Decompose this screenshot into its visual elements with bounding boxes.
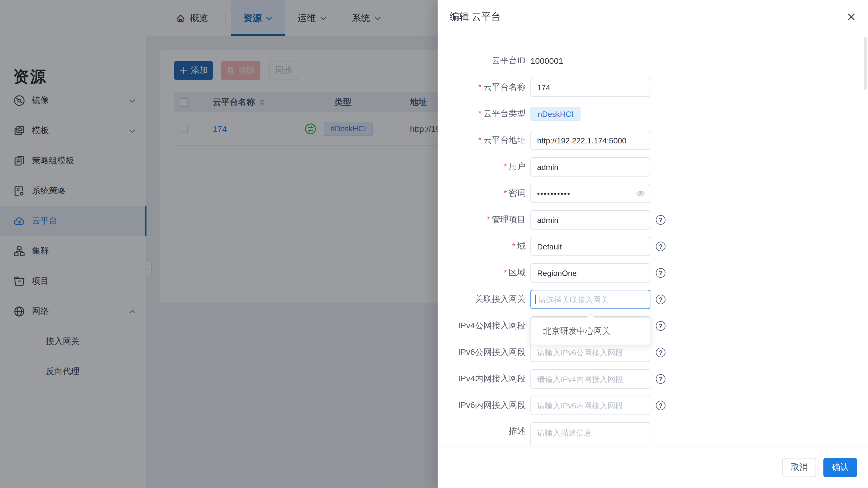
eye-off-icon[interactable]	[635, 189, 646, 199]
drawer-footer: 取消 确认	[438, 446, 868, 488]
form-row-platform-id: 云平台ID 1000001	[438, 47, 868, 74]
password-input[interactable]	[530, 184, 650, 203]
app-root: 概览 资源 运维 系统 资源 镜像	[0, 0, 868, 488]
name-input[interactable]	[530, 78, 650, 97]
help-icon[interactable]: ?	[656, 268, 665, 278]
ipv6-public-input[interactable]	[530, 343, 650, 362]
field-label: IPv6公网接入网段	[438, 347, 526, 358]
cancel-button[interactable]: 取消	[782, 458, 816, 477]
gateway-dropdown: 北京研发中心网关	[530, 318, 650, 345]
edit-cloud-platform-drawer: 编辑 云平台 ✕ 云平台ID 1000001 *云平台名称 *云平台类型 nDe…	[438, 0, 868, 488]
form-row-name: *云平台名称	[438, 74, 868, 101]
required-marker: *	[512, 241, 516, 251]
field-label: *密码	[438, 188, 526, 199]
form-row-address: *云平台地址	[438, 127, 868, 154]
required-marker: *	[504, 161, 507, 171]
required-marker: *	[478, 108, 482, 118]
drawer-title: 编辑 云平台	[450, 10, 501, 23]
form-row-description: 描述	[438, 419, 868, 446]
field-label: 描述	[438, 426, 526, 437]
field-label: *区域	[438, 267, 526, 278]
required-marker: *	[478, 82, 482, 92]
ipv4-private-input[interactable]	[530, 369, 650, 389]
platform-id-value: 1000001	[530, 56, 563, 66]
help-icon[interactable]: ?	[656, 215, 665, 225]
help-icon[interactable]: ?	[656, 374, 665, 384]
field-label: IPv6内网接入网段	[438, 400, 526, 411]
form-row-ipv6-public: IPv6公网接入网段 ?	[438, 339, 868, 366]
field-label: 关联接入网关	[438, 294, 526, 305]
help-icon[interactable]: ?	[656, 295, 665, 304]
help-icon[interactable]: ?	[656, 241, 665, 251]
field-label: *云平台类型	[438, 108, 526, 119]
gateway-select-input[interactable]	[530, 290, 650, 309]
close-icon[interactable]: ✕	[846, 11, 856, 23]
user-input[interactable]	[530, 157, 650, 176]
help-icon[interactable]: ?	[656, 401, 665, 410]
form-row-project: *管理项目 ?	[438, 207, 868, 233]
field-label: *域	[438, 241, 526, 252]
project-input[interactable]	[530, 210, 650, 230]
field-label: 云平台ID	[438, 56, 526, 66]
drawer-body: 云平台ID 1000001 *云平台名称 *云平台类型 nDeskHCI *云平…	[438, 34, 868, 446]
required-marker: *	[504, 188, 507, 198]
form-row-ipv6-private: IPv6内网接入网段 ?	[438, 392, 868, 419]
form-row-type: *云平台类型 nDeskHCI	[438, 101, 868, 127]
required-marker: *	[478, 135, 482, 144]
field-label: IPv4公网接入网段	[438, 321, 526, 331]
domain-input[interactable]	[530, 237, 650, 256]
ipv6-private-input[interactable]	[530, 396, 650, 415]
form-row-password: *密码	[438, 180, 868, 207]
region-input[interactable]	[530, 263, 650, 283]
form-row-region: *区域 ?	[438, 260, 868, 286]
modal-overlay[interactable]	[0, 0, 438, 488]
form-row-gateway: 关联接入网关 北京研发中心网关 ?	[438, 286, 868, 313]
required-marker: *	[487, 215, 490, 224]
dropdown-option[interactable]: 北京研发中心网关	[531, 326, 623, 337]
help-icon[interactable]: ?	[656, 321, 665, 331]
field-label: *云平台地址	[438, 135, 526, 146]
text-cursor	[535, 295, 536, 304]
form-row-user: *用户	[438, 154, 868, 180]
form-row-ipv4-public: IPv4公网接入网段 ?	[438, 313, 868, 339]
edit-form: 云平台ID 1000001 *云平台名称 *云平台类型 nDeskHCI *云平…	[438, 47, 868, 446]
field-label: IPv4内网接入网段	[438, 373, 526, 384]
form-row-domain: *域 ?	[438, 233, 868, 260]
address-input[interactable]	[530, 131, 650, 150]
help-icon[interactable]: ?	[656, 348, 665, 357]
drawer-header: 编辑 云平台 ✕	[438, 0, 868, 34]
description-textarea[interactable]	[530, 422, 650, 446]
platform-type-tag: nDeskHCI	[530, 107, 581, 121]
form-row-ipv4-private: IPv4内网接入网段 ?	[438, 366, 868, 392]
confirm-button[interactable]: 确认	[824, 458, 857, 477]
field-label: *管理项目	[438, 215, 526, 225]
field-label: *云平台名称	[438, 82, 526, 93]
required-marker: *	[504, 267, 507, 277]
field-label: *用户	[438, 161, 526, 172]
